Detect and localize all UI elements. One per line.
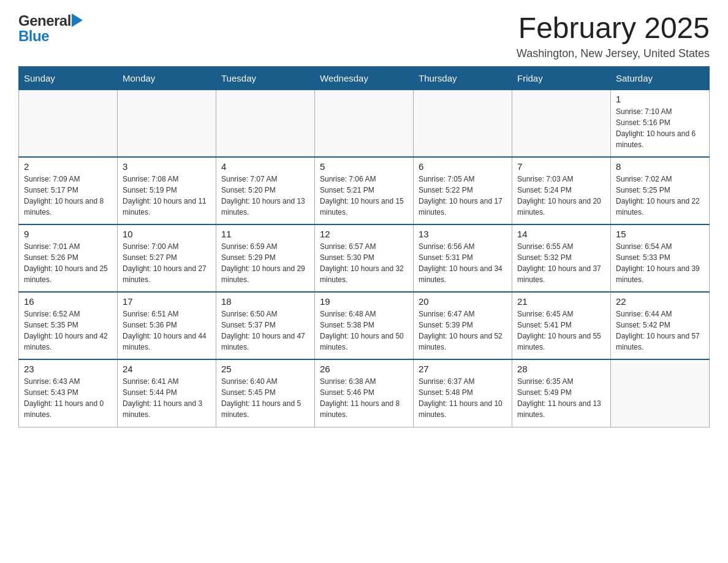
logo-arrow-icon [72,13,83,27]
day-info: Sunrise: 6:57 AMSunset: 5:30 PMDaylight:… [320,241,408,285]
table-row: 14Sunrise: 6:55 AMSunset: 5:32 PMDayligh… [512,224,611,292]
table-row: 6Sunrise: 7:05 AMSunset: 5:22 PMDaylight… [414,157,512,224]
day-info: Sunrise: 6:51 AMSunset: 5:36 PMDaylight:… [123,308,211,353]
day-number: 20 [419,296,507,307]
day-info: Sunrise: 6:47 AMSunset: 5:39 PMDaylight:… [419,308,507,353]
day-info: Sunrise: 7:07 AMSunset: 5:20 PMDaylight:… [221,174,309,218]
table-row: 11Sunrise: 6:59 AMSunset: 5:29 PMDayligh… [216,224,315,292]
header-friday: Friday [512,66,611,90]
day-info: Sunrise: 6:50 AMSunset: 5:37 PMDaylight:… [221,308,309,353]
day-info: Sunrise: 6:37 AMSunset: 5:48 PMDaylight:… [419,376,507,420]
table-row: 26Sunrise: 6:38 AMSunset: 5:46 PMDayligh… [315,359,414,427]
day-info: Sunrise: 7:00 AMSunset: 5:27 PMDaylight:… [123,241,211,285]
table-row: 5Sunrise: 7:06 AMSunset: 5:21 PMDaylight… [315,157,414,224]
logo-blue: Blue [18,28,49,45]
day-number: 17 [123,296,211,307]
day-number: 12 [320,229,408,239]
table-row [611,359,710,427]
day-info: Sunrise: 7:08 AMSunset: 5:19 PMDaylight:… [123,174,211,218]
table-row: 1Sunrise: 7:10 AMSunset: 5:16 PMDaylight… [611,90,710,157]
header-monday: Monday [118,66,216,90]
day-number: 24 [123,364,211,374]
table-row: 17Sunrise: 6:51 AMSunset: 5:36 PMDayligh… [118,292,216,359]
table-row: 28Sunrise: 6:35 AMSunset: 5:49 PMDayligh… [512,359,611,427]
day-info: Sunrise: 7:05 AMSunset: 5:22 PMDaylight:… [419,174,507,218]
table-row: 4Sunrise: 7:07 AMSunset: 5:20 PMDaylight… [216,157,315,224]
day-info: Sunrise: 6:40 AMSunset: 5:45 PMDaylight:… [221,376,309,420]
day-info: Sunrise: 6:41 AMSunset: 5:44 PMDaylight:… [123,376,211,420]
day-info: Sunrise: 6:55 AMSunset: 5:32 PMDaylight:… [517,241,605,285]
day-info: Sunrise: 6:48 AMSunset: 5:38 PMDaylight:… [320,308,408,353]
logo-general: General [18,12,71,29]
day-header-row: Sunday Monday Tuesday Wednesday Thursday… [19,66,710,90]
location-subtitle: Washington, New Jersey, United States [517,47,710,60]
calendar-week-row: 2Sunrise: 7:09 AMSunset: 5:17 PMDaylight… [19,157,710,224]
calendar-week-row: 1Sunrise: 7:10 AMSunset: 5:16 PMDaylight… [19,90,710,157]
day-info: Sunrise: 6:35 AMSunset: 5:49 PMDaylight:… [517,376,605,420]
table-row: 27Sunrise: 6:37 AMSunset: 5:48 PMDayligh… [414,359,512,427]
day-number: 28 [517,364,605,374]
day-number: 18 [221,296,309,307]
month-title: February 2025 [517,12,710,45]
header-sunday: Sunday [19,66,118,90]
table-row: 8Sunrise: 7:02 AMSunset: 5:25 PMDaylight… [611,157,710,224]
table-row: 3Sunrise: 7:08 AMSunset: 5:19 PMDaylight… [118,157,216,224]
day-number: 22 [616,296,704,307]
day-number: 10 [123,229,211,239]
day-info: Sunrise: 7:03 AMSunset: 5:24 PMDaylight:… [517,174,605,218]
table-row: 15Sunrise: 6:54 AMSunset: 5:33 PMDayligh… [611,224,710,292]
day-number: 15 [616,229,704,239]
day-info: Sunrise: 7:01 AMSunset: 5:26 PMDaylight:… [24,241,112,285]
day-number: 21 [517,296,605,307]
table-row: 10Sunrise: 7:00 AMSunset: 5:27 PMDayligh… [118,224,216,292]
day-number: 9 [24,229,112,239]
table-row: 22Sunrise: 6:44 AMSunset: 5:42 PMDayligh… [611,292,710,359]
header-wednesday: Wednesday [315,66,414,90]
table-row: 13Sunrise: 6:56 AMSunset: 5:31 PMDayligh… [414,224,512,292]
table-row: 19Sunrise: 6:48 AMSunset: 5:38 PMDayligh… [315,292,414,359]
table-row: 23Sunrise: 6:43 AMSunset: 5:43 PMDayligh… [19,359,118,427]
day-number: 5 [320,161,408,172]
table-row: 24Sunrise: 6:41 AMSunset: 5:44 PMDayligh… [118,359,216,427]
table-row: 16Sunrise: 6:52 AMSunset: 5:35 PMDayligh… [19,292,118,359]
day-number: 26 [320,364,408,374]
day-number: 8 [616,161,704,172]
calendar-table: Sunday Monday Tuesday Wednesday Thursday… [18,66,710,427]
day-number: 25 [221,364,309,374]
table-row: 25Sunrise: 6:40 AMSunset: 5:45 PMDayligh… [216,359,315,427]
day-number: 16 [24,296,112,307]
table-row: 21Sunrise: 6:45 AMSunset: 5:41 PMDayligh… [512,292,611,359]
calendar-week-row: 9Sunrise: 7:01 AMSunset: 5:26 PMDaylight… [19,224,710,292]
day-number: 7 [517,161,605,172]
header-saturday: Saturday [611,66,710,90]
day-info: Sunrise: 6:44 AMSunset: 5:42 PMDaylight:… [616,308,704,353]
calendar-week-row: 16Sunrise: 6:52 AMSunset: 5:35 PMDayligh… [19,292,710,359]
day-number: 1 [616,94,704,104]
day-info: Sunrise: 6:54 AMSunset: 5:33 PMDaylight:… [616,241,704,285]
table-row: 7Sunrise: 7:03 AMSunset: 5:24 PMDaylight… [512,157,611,224]
day-number: 6 [419,161,507,172]
day-number: 27 [419,364,507,374]
table-row [118,90,216,157]
day-number: 23 [24,364,112,374]
table-row: 20Sunrise: 6:47 AMSunset: 5:39 PMDayligh… [414,292,512,359]
day-info: Sunrise: 6:43 AMSunset: 5:43 PMDaylight:… [24,376,112,420]
title-section: February 2025 Washington, New Jersey, Un… [517,12,710,60]
day-number: 4 [221,161,309,172]
table-row [216,90,315,157]
day-info: Sunrise: 7:02 AMSunset: 5:25 PMDaylight:… [616,174,704,218]
day-info: Sunrise: 7:10 AMSunset: 5:16 PMDaylight:… [616,106,704,150]
day-number: 11 [221,229,309,239]
header-tuesday: Tuesday [216,66,315,90]
day-number: 2 [24,161,112,172]
day-info: Sunrise: 6:59 AMSunset: 5:29 PMDaylight:… [221,241,309,285]
table-row: 2Sunrise: 7:09 AMSunset: 5:17 PMDaylight… [19,157,118,224]
day-number: 14 [517,229,605,239]
table-row: 18Sunrise: 6:50 AMSunset: 5:37 PMDayligh… [216,292,315,359]
day-info: Sunrise: 7:09 AMSunset: 5:17 PMDaylight:… [24,174,112,218]
table-row [512,90,611,157]
table-row [414,90,512,157]
day-number: 3 [123,161,211,172]
day-info: Sunrise: 6:38 AMSunset: 5:46 PMDaylight:… [320,376,408,420]
day-info: Sunrise: 6:56 AMSunset: 5:31 PMDaylight:… [419,241,507,285]
